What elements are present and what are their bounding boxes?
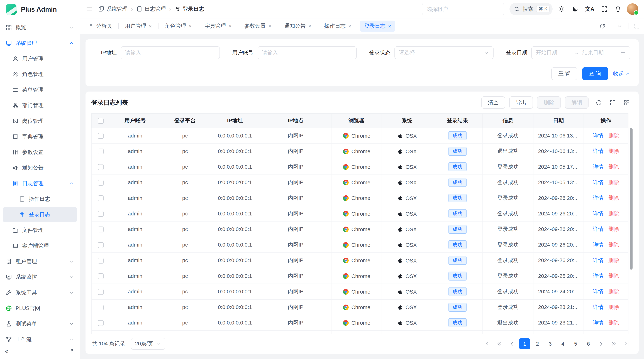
page-size-select[interactable]: 20条/页 [131,338,165,350]
delete-link[interactable]: 删除 [608,164,619,170]
collapse-filters-link[interactable]: 收起 [613,70,630,77]
close-icon[interactable]: × [308,23,312,29]
row-checkbox[interactable] [98,289,104,295]
delete-link[interactable]: 删除 [608,210,619,216]
prev-page-button[interactable] [506,338,518,349]
sidebar-item-monitor[interactable]: 系统监控 [0,269,80,285]
tab-options-icon[interactable] [616,23,622,29]
tab-role[interactable]: 角色管理× [161,20,196,32]
sidebar-item-role[interactable]: 角色管理 [0,66,80,82]
login-date-range[interactable]: 开始日期 → 结束日期 [531,46,630,59]
column-settings-button[interactable] [620,96,633,109]
detail-link[interactable]: 详情 [593,257,604,263]
detail-link[interactable]: 详情 [593,242,604,248]
row-checkbox[interactable] [98,180,104,186]
refresh-table-button[interactable] [593,96,605,109]
fullscreen-icon[interactable] [601,5,608,12]
login-status-select[interactable]: 请选择 [394,46,494,59]
sidebar-item-dict[interactable]: 字典管理 [0,129,80,144]
refresh-tabs-icon[interactable] [599,23,605,29]
page-1-button[interactable]: 1 [519,338,530,349]
export-button[interactable]: 导出 [509,96,533,109]
page-5-button[interactable]: 5 [570,338,581,349]
prev-5-pages-button[interactable] [494,338,505,349]
scrollbar-thumb[interactable] [630,128,632,270]
clear-button[interactable]: 清空 [482,96,505,109]
detail-link[interactable]: 详情 [593,132,604,138]
delete-link[interactable]: 删除 [608,288,619,294]
delete-link[interactable]: 删除 [608,132,619,138]
sidebar-item-file[interactable]: 文件管理 [0,222,80,238]
row-checkbox[interactable] [98,211,104,217]
page-4-button[interactable]: 4 [558,338,568,349]
detail-link[interactable]: 详情 [593,320,604,326]
sidebar-item-demo[interactable]: 测试菜单 [0,316,80,332]
delete-link[interactable]: 删除 [608,320,619,326]
sidebar-item-user[interactable]: 用户管理 [0,51,80,66]
sidebar-item-post[interactable]: 岗位管理 [0,113,80,129]
row-checkbox[interactable] [98,305,104,310]
first-page-button[interactable] [481,338,492,349]
sidebar-item-menu[interactable]: 菜单管理 [0,82,80,98]
menu-toggle-icon[interactable] [86,5,93,12]
sidebar-item-client[interactable]: 客户端管理 [0,238,80,254]
detail-link[interactable]: 详情 [593,288,604,294]
detail-link[interactable]: 详情 [593,148,604,154]
sidebar-item-notice[interactable]: 通知公告 [0,160,80,176]
tab-user[interactable]: 用户管理× [121,20,156,32]
reset-button[interactable]: 重 置 [551,67,577,80]
row-checkbox[interactable] [98,242,104,248]
row-checkbox[interactable] [98,149,104,154]
query-button[interactable]: 查 询 [582,67,608,80]
delete-link[interactable]: 删除 [608,148,619,154]
unlock-button[interactable]: 解锁 [565,96,589,109]
delete-link[interactable]: 删除 [608,273,619,279]
pin-icon[interactable] [69,348,75,354]
page-2-button[interactable]: 2 [532,338,543,349]
dark-mode-icon[interactable] [572,5,578,12]
tenant-select-input[interactable] [422,3,504,15]
tab-operlog[interactable]: 操作日志× [320,20,356,32]
detail-link[interactable]: 详情 [593,164,604,170]
close-icon[interactable]: × [268,23,272,29]
row-checkbox[interactable] [98,258,104,264]
tab-loginlog[interactable]: 登录日志× [360,20,395,32]
delete-button[interactable]: 删除 [537,96,561,109]
close-icon[interactable]: × [388,23,391,29]
delete-link[interactable]: 删除 [608,257,619,263]
detail-link[interactable]: 详情 [593,179,604,185]
sidebar-item-site[interactable]: PLUS官网 [0,300,80,316]
sidebar-item-system[interactable]: 系统管理 [0,35,80,51]
close-icon[interactable]: × [228,23,232,29]
delete-link[interactable]: 删除 [608,179,619,185]
tab-dict[interactable]: 字典管理× [200,20,236,32]
tab-config[interactable]: 参数设置× [240,20,276,32]
delete-link[interactable]: 删除 [608,242,619,248]
sidebar-item-overview[interactable]: 概览 [0,20,80,35]
delete-link[interactable]: 删除 [608,195,619,201]
delete-link[interactable]: 删除 [608,226,619,232]
table-scrollbar[interactable] [630,128,632,334]
close-icon[interactable]: × [149,23,152,29]
translate-icon[interactable]: 文A [585,5,594,13]
select-all-checkbox[interactable] [98,118,104,124]
next-5-pages-button[interactable] [608,338,619,349]
breadcrumb-item[interactable]: 登录日志 [174,5,204,13]
sidebar-item-dept[interactable]: 部门管理 [0,98,80,113]
sidebar-item-tool[interactable]: 系统工具 [0,285,80,300]
notifications-icon[interactable] [614,5,622,12]
detail-link[interactable]: 详情 [593,273,604,279]
row-checkbox[interactable] [98,320,104,326]
row-checkbox[interactable] [98,195,104,201]
sidebar-item-log[interactable]: 日志管理 [0,176,80,191]
page-3-button[interactable]: 3 [544,338,556,349]
next-page-button[interactable] [596,338,606,349]
row-checkbox[interactable] [98,273,104,279]
avatar[interactable] [627,3,638,15]
tab-notice[interactable]: 通知公告× [280,20,316,32]
close-icon[interactable]: × [188,23,192,29]
account-input[interactable] [262,50,352,56]
sidebar-item-loginlog[interactable]: 登录日志 [3,207,77,222]
search-button[interactable]: 搜索 ⌘ K [510,3,552,15]
tab-analysis[interactable]: 分析页 [84,20,116,32]
